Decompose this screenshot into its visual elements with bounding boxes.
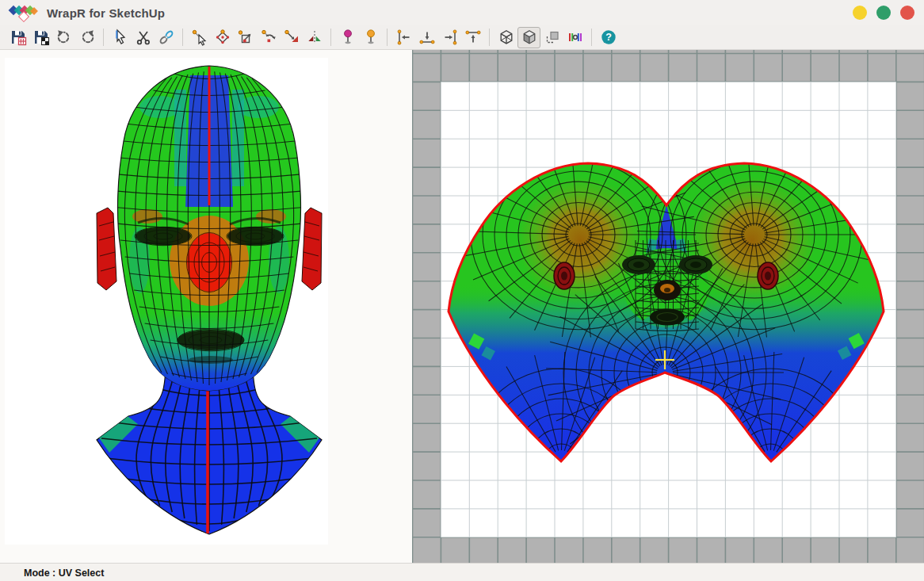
statusbar: Mode : UV Select	[0, 563, 924, 581]
weld-button[interactable]	[155, 27, 178, 48]
scissors-icon	[135, 29, 152, 46]
help-button[interactable]: ?	[597, 27, 620, 48]
window-buttons	[853, 6, 914, 20]
undo-button[interactable]	[52, 27, 75, 48]
wireframe-cube-icon	[498, 29, 515, 46]
uv-bounds-icon	[544, 29, 561, 46]
viewport-3d[interactable]	[0, 50, 412, 563]
toolbar-separator	[591, 29, 592, 46]
redo-icon	[78, 29, 96, 46]
toolbar-separator	[489, 29, 490, 46]
pin-orange-icon	[362, 29, 380, 46]
pin-magenta-button[interactable]	[336, 27, 359, 48]
uv-mouth	[650, 309, 685, 326]
mode-label: Mode : UV Select	[24, 568, 104, 579]
lattice-button[interactable]	[211, 27, 234, 48]
select-arrow-icon	[112, 29, 129, 46]
pin-magenta-icon	[339, 29, 357, 46]
toolbar-separator	[103, 29, 104, 46]
minimize-button[interactable]	[853, 6, 867, 20]
uv-left-eye	[622, 255, 655, 274]
flip-icon	[306, 29, 323, 46]
svg-text:?: ?	[605, 32, 612, 43]
save-alt-button[interactable]	[29, 27, 52, 48]
save-button[interactable]	[6, 27, 29, 48]
weld-link-icon	[158, 29, 175, 46]
toolbar-separator	[182, 29, 183, 46]
scale-button[interactable]	[234, 27, 257, 48]
shaded-view-button[interactable]	[517, 27, 540, 48]
lattice-icon	[214, 29, 231, 46]
flip-button[interactable]	[303, 27, 326, 48]
close-button[interactable]	[900, 6, 914, 20]
help-icon: ?	[600, 29, 617, 46]
rotate-button[interactable]	[257, 27, 280, 48]
save-alt-icon	[32, 29, 50, 46]
distortion-bars-icon	[567, 29, 584, 46]
distortion-button[interactable]	[563, 27, 586, 48]
uv-right-ear	[758, 262, 778, 289]
align-right-icon	[441, 29, 459, 46]
toolbar: ?	[0, 25, 924, 50]
left-ear	[97, 208, 116, 290]
align-left-icon	[395, 29, 413, 46]
align-bottom-button[interactable]	[415, 27, 438, 48]
titlebar: WrapR for SketchUp	[0, 0, 924, 25]
main-content	[0, 50, 924, 563]
scale-icon	[237, 29, 254, 46]
align-bottom-icon	[418, 29, 436, 46]
uv-nose	[654, 280, 681, 300]
app-title: WrapR for SketchUp	[47, 6, 165, 20]
redo-button[interactable]	[75, 27, 98, 48]
cut-button[interactable]	[132, 27, 155, 48]
toolbar-separator	[330, 29, 331, 46]
wrapr-logo-icon	[8, 2, 40, 23]
uv-left-ear	[554, 262, 575, 289]
zoom-button[interactable]	[876, 6, 891, 20]
uv-select-button[interactable]	[188, 27, 211, 48]
save-icon	[10, 29, 27, 46]
viewport-uv[interactable]	[412, 50, 924, 563]
select-button[interactable]	[109, 27, 132, 48]
right-ear	[302, 208, 322, 290]
toolbar-separator	[387, 29, 388, 46]
shear-button[interactable]	[280, 27, 303, 48]
align-top-icon	[464, 29, 482, 46]
uv-bounds-button[interactable]	[540, 27, 563, 48]
align-right-button[interactable]	[438, 27, 461, 48]
rotate-icon	[260, 29, 277, 46]
undo-icon	[55, 29, 73, 46]
shear-icon	[283, 29, 300, 46]
shaded-cube-icon	[521, 29, 538, 46]
align-top-button[interactable]	[461, 27, 484, 48]
pin-orange-button[interactable]	[359, 27, 382, 48]
uv-right-eye	[679, 255, 712, 274]
uv-select-icon	[191, 29, 208, 46]
align-left-button[interactable]	[392, 27, 415, 48]
wireframe-view-button[interactable]	[494, 27, 517, 48]
